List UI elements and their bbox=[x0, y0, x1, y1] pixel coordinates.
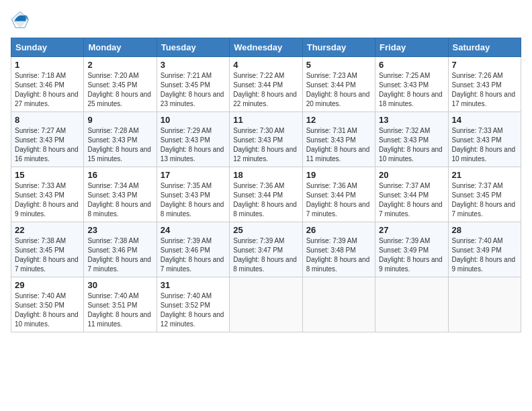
calendar-body: 1 Sunrise: 7:18 AM Sunset: 3:46 PM Dayli… bbox=[11, 57, 521, 332]
day-detail: Sunrise: 7:33 AM Sunset: 3:43 PM Dayligh… bbox=[452, 126, 517, 164]
day-detail: Sunrise: 7:40 AM Sunset: 3:51 PM Dayligh… bbox=[87, 291, 152, 329]
day-cell: 21 Sunrise: 7:37 AM Sunset: 3:45 PM Dayl… bbox=[448, 167, 521, 222]
day-number: 16 bbox=[87, 170, 152, 180]
day-cell: 19 Sunrise: 7:36 AM Sunset: 3:44 PM Dayl… bbox=[302, 167, 375, 222]
day-cell: 6 Sunrise: 7:25 AM Sunset: 3:43 PM Dayli… bbox=[375, 57, 448, 112]
day-number: 29 bbox=[15, 280, 80, 290]
day-cell: 18 Sunrise: 7:36 AM Sunset: 3:44 PM Dayl… bbox=[230, 167, 302, 222]
day-detail: Sunrise: 7:18 AM Sunset: 3:46 PM Dayligh… bbox=[15, 71, 80, 109]
day-detail: Sunrise: 7:36 AM Sunset: 3:44 PM Dayligh… bbox=[233, 181, 298, 219]
day-number: 15 bbox=[15, 170, 80, 180]
day-detail: Sunrise: 7:40 AM Sunset: 3:52 PM Dayligh… bbox=[161, 291, 226, 329]
day-number: 6 bbox=[379, 60, 444, 70]
day-detail: Sunrise: 7:20 AM Sunset: 3:45 PM Dayligh… bbox=[87, 71, 152, 109]
day-detail: Sunrise: 7:37 AM Sunset: 3:44 PM Dayligh… bbox=[379, 181, 444, 219]
calendar-header-row: SundayMondayTuesdayWednesdayThursdayFrid… bbox=[11, 38, 521, 57]
day-cell: 25 Sunrise: 7:39 AM Sunset: 3:47 PM Dayl… bbox=[230, 222, 302, 277]
day-number: 17 bbox=[161, 170, 226, 180]
day-cell: 20 Sunrise: 7:37 AM Sunset: 3:44 PM Dayl… bbox=[375, 167, 448, 222]
day-number: 18 bbox=[233, 170, 298, 180]
day-detail: Sunrise: 7:40 AM Sunset: 3:49 PM Dayligh… bbox=[452, 236, 517, 274]
week-row-3: 15 Sunrise: 7:33 AM Sunset: 3:43 PM Dayl… bbox=[11, 167, 521, 222]
day-detail: Sunrise: 7:35 AM Sunset: 3:43 PM Dayligh… bbox=[161, 181, 226, 219]
page-header bbox=[11, 11, 521, 30]
day-cell: 3 Sunrise: 7:21 AM Sunset: 3:45 PM Dayli… bbox=[157, 57, 229, 112]
col-header-sunday: Sunday bbox=[11, 38, 84, 57]
day-detail: Sunrise: 7:29 AM Sunset: 3:43 PM Dayligh… bbox=[161, 126, 226, 164]
day-detail: Sunrise: 7:34 AM Sunset: 3:43 PM Dayligh… bbox=[87, 181, 152, 219]
day-cell: 2 Sunrise: 7:20 AM Sunset: 3:45 PM Dayli… bbox=[84, 57, 157, 112]
day-number: 25 bbox=[233, 225, 298, 235]
day-number: 19 bbox=[306, 170, 371, 180]
col-header-monday: Monday bbox=[84, 38, 157, 57]
day-detail: Sunrise: 7:38 AM Sunset: 3:45 PM Dayligh… bbox=[15, 236, 80, 274]
day-cell: 15 Sunrise: 7:33 AM Sunset: 3:43 PM Dayl… bbox=[11, 167, 84, 222]
day-cell: 14 Sunrise: 7:33 AM Sunset: 3:43 PM Dayl… bbox=[448, 112, 521, 167]
day-number: 28 bbox=[452, 225, 517, 235]
day-detail: Sunrise: 7:38 AM Sunset: 3:46 PM Dayligh… bbox=[87, 236, 152, 274]
day-cell: 7 Sunrise: 7:26 AM Sunset: 3:43 PM Dayli… bbox=[448, 57, 521, 112]
day-detail: Sunrise: 7:39 AM Sunset: 3:46 PM Dayligh… bbox=[161, 236, 226, 274]
day-detail: Sunrise: 7:28 AM Sunset: 3:43 PM Dayligh… bbox=[87, 126, 152, 164]
day-number: 1 bbox=[15, 60, 80, 70]
day-number: 24 bbox=[161, 225, 226, 235]
day-cell: 31 Sunrise: 7:40 AM Sunset: 3:52 PM Dayl… bbox=[157, 277, 229, 332]
col-header-tuesday: Tuesday bbox=[157, 38, 229, 57]
day-cell: 13 Sunrise: 7:32 AM Sunset: 3:43 PM Dayl… bbox=[375, 112, 448, 167]
logo bbox=[11, 11, 32, 30]
day-detail: Sunrise: 7:30 AM Sunset: 3:43 PM Dayligh… bbox=[233, 126, 298, 164]
day-cell: 9 Sunrise: 7:28 AM Sunset: 3:43 PM Dayli… bbox=[84, 112, 157, 167]
day-number: 20 bbox=[379, 170, 444, 180]
day-number: 7 bbox=[452, 60, 517, 70]
week-row-2: 8 Sunrise: 7:27 AM Sunset: 3:43 PM Dayli… bbox=[11, 112, 521, 167]
day-detail: Sunrise: 7:39 AM Sunset: 3:47 PM Dayligh… bbox=[233, 236, 298, 274]
day-cell bbox=[302, 277, 375, 332]
day-cell bbox=[230, 277, 302, 332]
day-cell: 29 Sunrise: 7:40 AM Sunset: 3:50 PM Dayl… bbox=[11, 277, 84, 332]
day-detail: Sunrise: 7:27 AM Sunset: 3:43 PM Dayligh… bbox=[15, 126, 80, 164]
day-cell: 8 Sunrise: 7:27 AM Sunset: 3:43 PM Dayli… bbox=[11, 112, 84, 167]
day-detail: Sunrise: 7:36 AM Sunset: 3:44 PM Dayligh… bbox=[306, 181, 371, 219]
day-detail: Sunrise: 7:32 AM Sunset: 3:43 PM Dayligh… bbox=[379, 126, 444, 164]
day-number: 5 bbox=[306, 60, 371, 70]
day-cell: 17 Sunrise: 7:35 AM Sunset: 3:43 PM Dayl… bbox=[157, 167, 229, 222]
day-detail: Sunrise: 7:33 AM Sunset: 3:43 PM Dayligh… bbox=[15, 181, 80, 219]
calendar-table: SundayMondayTuesdayWednesdayThursdayFrid… bbox=[11, 38, 521, 332]
day-cell: 11 Sunrise: 7:30 AM Sunset: 3:43 PM Dayl… bbox=[230, 112, 302, 167]
day-detail: Sunrise: 7:25 AM Sunset: 3:43 PM Dayligh… bbox=[379, 71, 444, 109]
day-cell: 23 Sunrise: 7:38 AM Sunset: 3:46 PM Dayl… bbox=[84, 222, 157, 277]
day-detail: Sunrise: 7:22 AM Sunset: 3:44 PM Dayligh… bbox=[233, 71, 298, 109]
day-number: 26 bbox=[306, 225, 371, 235]
day-number: 13 bbox=[379, 115, 444, 125]
day-detail: Sunrise: 7:40 AM Sunset: 3:50 PM Dayligh… bbox=[15, 291, 80, 329]
week-row-4: 22 Sunrise: 7:38 AM Sunset: 3:45 PM Dayl… bbox=[11, 222, 521, 277]
day-number: 3 bbox=[161, 60, 226, 70]
day-number: 10 bbox=[161, 115, 226, 125]
day-number: 31 bbox=[161, 280, 226, 290]
day-cell: 1 Sunrise: 7:18 AM Sunset: 3:46 PM Dayli… bbox=[11, 57, 84, 112]
col-header-thursday: Thursday bbox=[302, 38, 375, 57]
day-number: 8 bbox=[15, 115, 80, 125]
day-detail: Sunrise: 7:23 AM Sunset: 3:44 PM Dayligh… bbox=[306, 71, 371, 109]
day-number: 11 bbox=[233, 115, 298, 125]
day-detail: Sunrise: 7:21 AM Sunset: 3:45 PM Dayligh… bbox=[161, 71, 226, 109]
day-number: 22 bbox=[15, 225, 80, 235]
day-cell: 22 Sunrise: 7:38 AM Sunset: 3:45 PM Dayl… bbox=[11, 222, 84, 277]
day-detail: Sunrise: 7:37 AM Sunset: 3:45 PM Dayligh… bbox=[452, 181, 517, 219]
day-number: 9 bbox=[87, 115, 152, 125]
day-detail: Sunrise: 7:39 AM Sunset: 3:48 PM Dayligh… bbox=[306, 236, 371, 274]
week-row-5: 29 Sunrise: 7:40 AM Sunset: 3:50 PM Dayl… bbox=[11, 277, 521, 332]
day-cell: 28 Sunrise: 7:40 AM Sunset: 3:49 PM Dayl… bbox=[448, 222, 521, 277]
day-number: 30 bbox=[87, 280, 152, 290]
day-number: 4 bbox=[233, 60, 298, 70]
day-cell: 24 Sunrise: 7:39 AM Sunset: 3:46 PM Dayl… bbox=[157, 222, 229, 277]
day-number: 27 bbox=[379, 225, 444, 235]
day-cell: 10 Sunrise: 7:29 AM Sunset: 3:43 PM Dayl… bbox=[157, 112, 229, 167]
day-cell: 4 Sunrise: 7:22 AM Sunset: 3:44 PM Dayli… bbox=[230, 57, 302, 112]
day-cell: 26 Sunrise: 7:39 AM Sunset: 3:48 PM Dayl… bbox=[302, 222, 375, 277]
day-number: 23 bbox=[87, 225, 152, 235]
day-detail: Sunrise: 7:26 AM Sunset: 3:43 PM Dayligh… bbox=[452, 71, 517, 109]
day-number: 2 bbox=[87, 60, 152, 70]
day-cell: 12 Sunrise: 7:31 AM Sunset: 3:43 PM Dayl… bbox=[302, 112, 375, 167]
day-detail: Sunrise: 7:31 AM Sunset: 3:43 PM Dayligh… bbox=[306, 126, 371, 164]
